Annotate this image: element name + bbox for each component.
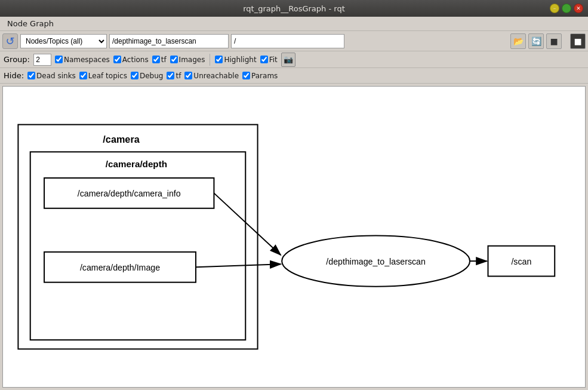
toolbar-hide: Hide: Dead sinks Leaf topics Debug tf Un… — [0, 68, 588, 84]
maximize-button[interactable] — [562, 4, 571, 13]
scan-label: /scan — [511, 257, 531, 266]
images-checkbox-label[interactable]: Images — [170, 56, 205, 64]
tf-checkbox-label[interactable]: tf — [152, 56, 167, 64]
refresh-icon: ↺ — [5, 35, 14, 47]
camera-depth-label: /camera/depth — [106, 159, 167, 169]
params-label[interactable]: Params — [242, 72, 278, 80]
namespaces-label: Namespaces — [64, 56, 110, 64]
camera-info-label: /camera/depth/camera_info — [78, 189, 181, 198]
fit-checkbox[interactable] — [260, 56, 268, 63]
separator-1 — [210, 54, 210, 66]
actions-checkbox-label[interactable]: Actions — [113, 56, 149, 64]
unreachable-checkbox[interactable] — [184, 72, 192, 79]
menu-node-graph[interactable]: Node Graph — [2, 18, 59, 29]
group-label: Group: — [4, 55, 30, 64]
leaf-topics-checkbox[interactable] — [79, 72, 87, 79]
minimize-button[interactable]: – — [550, 4, 559, 13]
unreachable-label[interactable]: Unreachable — [184, 72, 239, 80]
tf-hide-checkbox[interactable] — [167, 72, 174, 79]
group-input[interactable] — [33, 54, 51, 66]
dead-sinks-label[interactable]: Dead sinks — [27, 72, 76, 80]
dead-sinks-text: Dead sinks — [36, 72, 76, 80]
menubar: Node Graph — [0, 17, 588, 31]
close-button[interactable]: ✕ — [574, 4, 583, 13]
fit-checkbox-label[interactable]: Fit — [260, 56, 278, 64]
debug-checkbox[interactable] — [131, 72, 138, 79]
debug-text: Debug — [140, 72, 163, 80]
namespaces-checkbox-label[interactable]: Namespaces — [55, 56, 110, 64]
filter-input[interactable] — [109, 34, 229, 48]
highlight-checkbox-label[interactable]: Highlight — [215, 56, 256, 64]
camera-group-label: /camera — [103, 134, 140, 145]
dead-sinks-checkbox[interactable] — [27, 72, 35, 79]
stop-icon: ■ — [550, 36, 558, 46]
tf-hide-label[interactable]: tf — [167, 72, 181, 80]
camera-icon: 📷 — [284, 55, 293, 64]
titlebar: rqt_graph__RosGraph - rqt – ✕ — [0, 0, 588, 17]
folder-icon: 📂 — [513, 36, 524, 46]
open-button[interactable]: 📂 — [510, 33, 526, 49]
fit-label: Fit — [269, 56, 278, 64]
screenshot-button[interactable]: 📷 — [281, 53, 295, 67]
images-checkbox[interactable] — [170, 56, 178, 63]
refresh-button[interactable]: 🔄 — [528, 33, 544, 49]
unreachable-text: Unreachable — [193, 72, 239, 80]
back-button[interactable]: ↺ — [2, 33, 18, 49]
debug-label[interactable]: Debug — [131, 72, 163, 80]
tf-label: tf — [161, 56, 167, 64]
stop-button[interactable]: ■ — [546, 33, 562, 49]
highlight-checkbox[interactable] — [215, 56, 223, 63]
tf-checkbox[interactable] — [152, 56, 160, 63]
leaf-topics-label[interactable]: Leaf topics — [79, 72, 127, 80]
highlight-label: Highlight — [224, 56, 256, 64]
group-spinner — [33, 54, 51, 66]
actions-checkbox[interactable] — [113, 56, 121, 63]
close-view-button[interactable]: ■ — [570, 33, 586, 49]
tf-hide-text: tf — [176, 72, 181, 80]
namespace-input[interactable] — [231, 34, 344, 48]
main-window: Node Graph ↺ Nodes/Topics (all) Nodes on… — [0, 17, 588, 390]
toolbar-main: ↺ Nodes/Topics (all) Nodes only Topics o… — [0, 31, 588, 51]
params-text: Params — [251, 72, 278, 80]
images-label: Images — [179, 56, 205, 64]
sync-icon: 🔄 — [531, 36, 541, 46]
actions-label: Actions — [122, 56, 149, 64]
graph-canvas[interactable]: /camera /camera/depth /camera/depth/came… — [2, 86, 586, 388]
window-title: rqt_graph__RosGraph - rqt — [243, 4, 345, 13]
node-topic-combo[interactable]: Nodes/Topics (all) Nodes only Topics onl… — [20, 34, 107, 48]
topic-label: /depthimage_to_laserscan — [326, 257, 426, 266]
window-controls: – ✕ — [550, 4, 583, 13]
power-icon: ■ — [574, 36, 581, 46]
params-checkbox[interactable] — [242, 72, 250, 79]
graph-svg: /camera /camera/depth /camera/depth/came… — [3, 87, 585, 387]
camera-image-label: /camera/depth/Image — [80, 263, 160, 272]
hide-label: Hide: — [4, 71, 24, 80]
toolbar-options: Group: Namespaces Actions tf Images High… — [0, 51, 588, 68]
leaf-topics-text: Leaf topics — [88, 72, 127, 80]
namespaces-checkbox[interactable] — [55, 56, 63, 63]
